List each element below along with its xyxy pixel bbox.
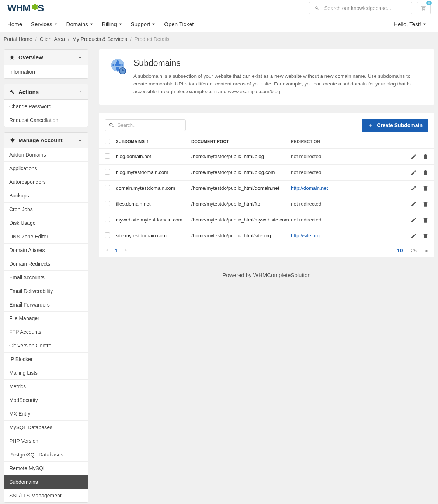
edit-icon[interactable] <box>411 201 417 207</box>
footer-link[interactable]: WHMCompleteSolution <box>253 272 311 278</box>
sidebar-item[interactable]: MySQL Databases <box>4 420 88 434</box>
column-subdomains[interactable]: Subdomains↑ <box>116 139 191 144</box>
edit-icon[interactable] <box>411 154 417 160</box>
docroot-cell: /home/mytestdo/public_html/mywebsite.com <box>191 217 291 223</box>
delete-icon[interactable] <box>423 185 428 191</box>
row-checkbox[interactable] <box>105 217 110 222</box>
redirect-cell: http://domain.net <box>291 185 403 191</box>
sidebar-item[interactable]: PostgreSQL Databases <box>4 448 88 461</box>
redirect-cell: not redirected <box>291 217 403 223</box>
overview-header[interactable]: Overview <box>4 50 88 65</box>
row-checkbox[interactable] <box>105 201 110 206</box>
delete-icon[interactable] <box>423 217 428 223</box>
table-toolbar: Create Subdomain <box>99 113 434 135</box>
redirect-text: not redirected <box>291 217 321 223</box>
subdomain-cell: files.domain.net <box>116 201 191 207</box>
row-checkbox[interactable] <box>105 153 110 159</box>
search-input[interactable] <box>324 5 407 11</box>
docroot-cell: /home/mytestdo/public_html/blog.com <box>191 169 291 175</box>
sidebar-item[interactable]: Domain Redirects <box>4 257 88 270</box>
subdomain-cell: domain.mytestdomain.com <box>116 185 191 191</box>
delete-icon[interactable] <box>423 169 428 175</box>
actions-header[interactable]: Actions <box>4 84 88 100</box>
nav-services[interactable]: Services <box>27 21 62 27</box>
nav-billing[interactable]: Billing <box>98 21 126 27</box>
sidebar-item[interactable]: Autoresponders <box>4 175 88 189</box>
sidebar-item[interactable]: DNS Zone Editor <box>4 230 88 243</box>
prev-page-button[interactable] <box>105 248 109 253</box>
redirect-link[interactable]: http://site.org <box>291 233 320 238</box>
sidebar-item[interactable]: Domain Aliases <box>4 243 88 257</box>
docroot-cell: /home/mytestdo/public_html/blog <box>191 154 291 159</box>
row-checkbox[interactable] <box>105 232 110 238</box>
next-page-button[interactable] <box>124 248 128 253</box>
chevron-down-icon <box>54 22 58 26</box>
knowledgebase-search[interactable] <box>309 2 412 14</box>
sidebar-item[interactable]: Request Cancellation <box>4 113 88 127</box>
sidebar-item[interactable]: Backups <box>4 189 88 202</box>
select-all-checkbox[interactable] <box>105 139 110 144</box>
table-search[interactable] <box>105 119 186 131</box>
create-subdomain-button[interactable]: Create Subdomain <box>362 119 428 132</box>
sidebar-item[interactable]: Git Version Control <box>4 339 88 352</box>
breadcrumb-client[interactable]: Client Area <box>40 36 65 42</box>
table-search-input[interactable] <box>118 122 182 128</box>
sidebar-item[interactable]: File Manager <box>4 311 88 325</box>
edit-icon[interactable] <box>411 233 417 239</box>
subdomains-table-card: Create Subdomain Subdomains↑ Document Ro… <box>99 113 434 257</box>
sidebar-item[interactable]: Mailing Lists <box>4 366 88 379</box>
edit-icon[interactable] <box>411 185 417 191</box>
nav-user-menu[interactable]: Hello, Test! <box>389 21 431 27</box>
table-row: blog.mytestdomain.com/home/mytestdo/publ… <box>99 164 434 180</box>
sidebar-item[interactable]: Change Password <box>4 100 88 113</box>
sidebar-item[interactable]: Email Deliverability <box>4 284 88 298</box>
wrench-icon <box>9 89 15 95</box>
sidebar-item[interactable]: FTP Accounts <box>4 325 88 339</box>
sidebar-item[interactable]: Information <box>4 65 88 78</box>
edit-icon[interactable] <box>411 169 417 175</box>
nav-home[interactable]: Home <box>7 21 27 27</box>
sidebar-item[interactable]: Remote MySQL <box>4 461 88 475</box>
delete-icon[interactable] <box>423 233 428 239</box>
sidebar-item[interactable]: Email Accounts <box>4 270 88 284</box>
logo[interactable]: WHMS <box>7 3 44 14</box>
sidebar-item[interactable]: Applications <box>4 161 88 175</box>
manage-header[interactable]: Manage Account <box>4 133 88 148</box>
sidebar-item[interactable]: Cron Jobs <box>4 202 88 216</box>
sidebar-item[interactable]: Email Forwarders <box>4 298 88 311</box>
nav-open-ticket[interactable]: Open Ticket <box>160 21 198 27</box>
column-docroot[interactable]: Document Root <box>191 139 291 144</box>
sidebar-item[interactable]: IP Blocker <box>4 352 88 366</box>
cart-button[interactable]: 0 <box>417 2 431 14</box>
sidebar-item[interactable]: Subdomains <box>4 475 88 489</box>
edit-icon[interactable] <box>411 217 417 223</box>
chevron-left-icon <box>105 248 109 252</box>
nav-support[interactable]: Support <box>126 21 160 27</box>
sidebar-item[interactable]: MX Entry <box>4 407 88 420</box>
redirect-link[interactable]: http://domain.net <box>291 185 328 191</box>
page-size-option[interactable]: 10 <box>397 248 403 253</box>
sidebar-item[interactable]: PHP Version <box>4 434 88 448</box>
sidebar-item[interactable]: Disk Usage <box>4 216 88 230</box>
table-header-row: Subdomains↑ Document Root Redirection <box>99 135 434 148</box>
sidebar-item[interactable]: Addon Domains <box>4 148 88 161</box>
nav-domains[interactable]: Domains <box>62 21 98 27</box>
breadcrumb-products[interactable]: My Products & Services <box>72 36 127 42</box>
sort-asc-icon: ↑ <box>146 139 149 144</box>
breadcrumb-portal[interactable]: Portal Home <box>4 36 32 42</box>
delete-icon[interactable] <box>423 201 428 207</box>
breadcrumb: Portal Home / Client Area / My Products … <box>0 32 438 46</box>
page-size-option[interactable]: ∞ <box>425 248 428 253</box>
sidebar-item[interactable]: Metrics <box>4 379 88 393</box>
chevron-right-icon <box>124 248 128 252</box>
sidebar-item[interactable]: SSL/TLS Management <box>4 489 88 502</box>
chevron-down-icon <box>90 22 93 26</box>
page-number[interactable]: 1 <box>115 248 118 253</box>
delete-icon[interactable] <box>423 154 428 160</box>
sidebar-item[interactable]: ModSecurity <box>4 393 88 407</box>
search-icon <box>109 122 115 129</box>
row-checkbox[interactable] <box>105 185 110 190</box>
column-redirection[interactable]: Redirection <box>291 139 403 144</box>
row-checkbox[interactable] <box>105 169 110 175</box>
page-size-option[interactable]: 25 <box>411 248 417 253</box>
